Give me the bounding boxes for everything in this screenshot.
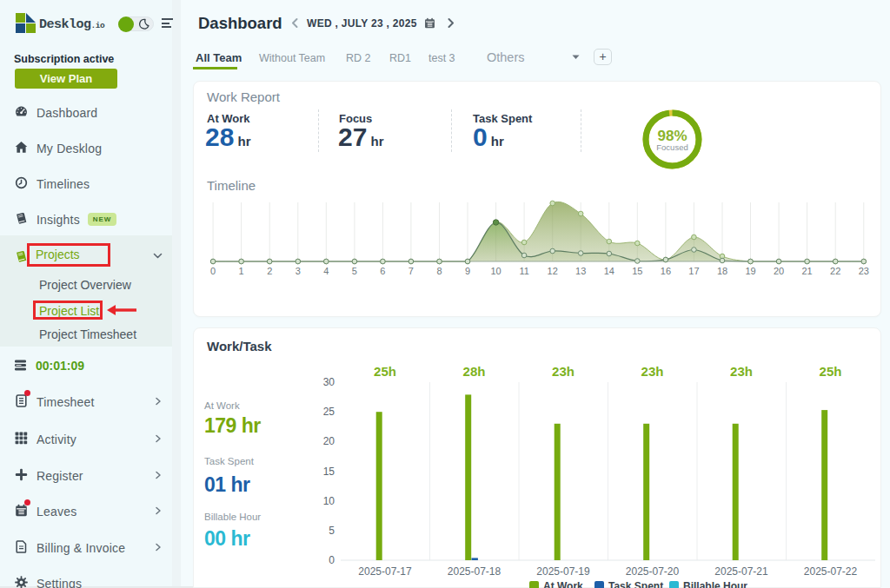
- svg-text:6: 6: [380, 266, 385, 276]
- svg-text:23: 23: [859, 266, 869, 276]
- svg-text:1: 1: [239, 266, 244, 276]
- svg-text:2: 2: [267, 266, 272, 276]
- svg-text:11: 11: [519, 266, 528, 276]
- svg-text:25h: 25h: [374, 364, 396, 379]
- svg-text:10: 10: [490, 266, 501, 276]
- svg-text:10: 10: [323, 495, 335, 507]
- svg-text:20: 20: [774, 266, 784, 276]
- svg-text:Billable Hour: Billable Hour: [683, 580, 747, 588]
- svg-text:23h: 23h: [641, 364, 664, 379]
- svg-text:3: 3: [296, 266, 301, 276]
- svg-text:9: 9: [465, 266, 470, 276]
- svg-text:18: 18: [717, 266, 727, 276]
- svg-text:2025-07-18: 2025-07-18: [448, 565, 501, 578]
- svg-text:0: 0: [210, 266, 216, 276]
- svg-text:21: 21: [801, 266, 812, 276]
- svg-text:25: 25: [323, 406, 335, 418]
- svg-text:17: 17: [688, 266, 699, 276]
- svg-text:19: 19: [745, 266, 755, 276]
- svg-text:15: 15: [632, 266, 642, 276]
- svg-text:14: 14: [604, 266, 614, 276]
- svg-text:8: 8: [436, 266, 442, 276]
- svg-text:25h: 25h: [820, 364, 842, 379]
- svg-text:2025-07-21: 2025-07-21: [714, 565, 768, 578]
- svg-text:5: 5: [329, 525, 335, 537]
- svg-text:13: 13: [575, 266, 586, 276]
- svg-text:15: 15: [323, 466, 335, 478]
- svg-text:0: 0: [329, 554, 335, 566]
- svg-text:23h: 23h: [552, 364, 575, 379]
- svg-text:At Work: At Work: [543, 580, 583, 588]
- svg-text:2025-07-22: 2025-07-22: [804, 565, 858, 578]
- svg-text:28h: 28h: [463, 364, 486, 379]
- svg-text:23h: 23h: [730, 364, 753, 379]
- svg-text:Task Spent: Task Spent: [608, 580, 663, 588]
- svg-text:30: 30: [323, 376, 335, 388]
- svg-text:2025-07-19: 2025-07-19: [536, 565, 590, 578]
- svg-text:22: 22: [830, 266, 840, 276]
- svg-text:20: 20: [323, 435, 335, 447]
- svg-text:7: 7: [408, 266, 414, 276]
- svg-text:12: 12: [548, 266, 558, 276]
- svg-text:16: 16: [661, 266, 671, 276]
- svg-text:2025-07-20: 2025-07-20: [626, 565, 680, 578]
- svg-text:Focused: Focused: [656, 142, 687, 152]
- svg-text:2025-07-17: 2025-07-17: [358, 565, 412, 578]
- svg-text:4: 4: [323, 266, 329, 276]
- svg-text:5: 5: [352, 266, 357, 276]
